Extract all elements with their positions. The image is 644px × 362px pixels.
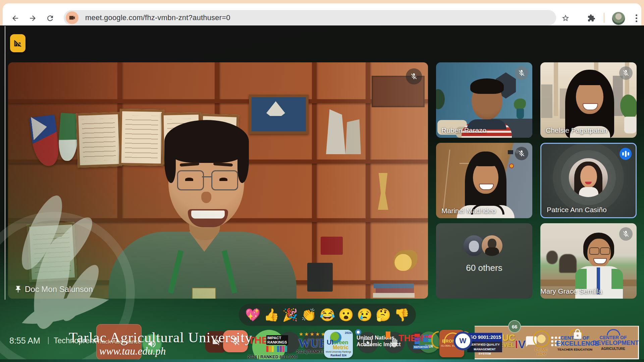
cabinet-sticker	[508, 150, 513, 154]
left-edge-line	[5, 26, 5, 300]
smile	[479, 184, 494, 190]
dark-box	[307, 263, 333, 292]
pin-icon	[14, 285, 22, 293]
book-stack	[374, 284, 414, 288]
reaction-heart[interactable]: 💖	[245, 309, 261, 321]
reactions-bar: 💖 👍 🎉 👏 😂 😮 😢 🤔 👎	[239, 304, 416, 326]
certificate-frame	[119, 109, 164, 166]
browser-toolbar: meet.google.com/fhz-vmbn-znt?authuser=0	[3, 3, 641, 26]
person-hair	[470, 78, 504, 94]
center-of-development-badge: CENTER OF DEVELOPMENT AGRICULTURE	[593, 335, 634, 351]
video-tile-ruben[interactable]: Ruben Parazo	[436, 62, 532, 138]
participant-name-main: Doc Mon Salunson	[14, 285, 93, 294]
ui-greenmetric-logo: 2024 UI Green Metric World University Ra…	[324, 330, 353, 358]
bookmark-button[interactable]	[560, 12, 571, 24]
meet-page: Doc Mon Salunson Ruben Parazo	[0, 25, 644, 362]
status-divider: |	[47, 335, 49, 345]
hair	[164, 120, 249, 163]
buildings-off-icon	[13, 39, 22, 48]
prime-hrm-badge: PRIMEHRM	[532, 330, 550, 356]
eye	[219, 178, 227, 181]
mic-off-icon	[622, 230, 630, 238]
reaction-joy[interactable]: 😂	[320, 309, 335, 321]
university-name-overlay: Tarlac Agricultural University	[69, 329, 253, 346]
teeth	[191, 210, 225, 219]
reload-button[interactable]	[44, 12, 56, 24]
browser-frame: meet.google.com/fhz-vmbn-znt?authuser=0	[0, 0, 644, 25]
mute-status-indicator	[515, 66, 528, 80]
video-tile-others[interactable]: 60 others	[436, 223, 532, 299]
participant-name: Mary Grace Semilla	[540, 287, 637, 295]
iso-certifier-emblem: W	[453, 331, 472, 350]
building	[541, 84, 552, 118]
bookmark-star-icon	[561, 14, 570, 22]
mute-status-indicator	[619, 227, 633, 241]
others-count-label: 60 others	[436, 263, 532, 273]
reaction-thumbs-up[interactable]: 👍	[264, 309, 279, 321]
mic-off-icon	[518, 150, 525, 157]
forward-icon	[29, 14, 37, 22]
extension-overlay-button[interactable]	[10, 34, 25, 52]
eye	[185, 178, 193, 181]
video-tile-main[interactable]: Doc Mon Salunson	[8, 62, 428, 299]
stacked-avatar	[481, 235, 502, 256]
video-tile-chelsie[interactable]: Chelsie Pagatpatan	[540, 62, 637, 138]
plant	[514, 99, 526, 110]
back-button[interactable]	[9, 12, 21, 24]
video-tile-marinel[interactable]: Marinel Madrideo	[436, 143, 532, 218]
un-emblem	[355, 329, 361, 335]
iso-9001-label: ISO 9001:2015	[467, 333, 502, 342]
back-icon	[11, 14, 19, 22]
glasses	[600, 247, 610, 255]
participant-name: Ruben Parazo	[441, 126, 486, 134]
reaction-thumbs-down[interactable]: 👎	[394, 309, 410, 321]
reaction-party[interactable]: 🎉	[282, 309, 298, 321]
the-reporter-logo: THEHE REPORTER	[398, 333, 429, 344]
iso-subtitle: CERTIFIED QUALITYMANAGEMENT SYSTEM	[467, 342, 502, 352]
camera-in-use-indicator[interactable]	[66, 11, 78, 24]
trophy	[376, 173, 390, 210]
participant-name: Chelsie Pagatpatan	[546, 126, 607, 134]
glasses	[589, 247, 599, 255]
reaction-cry[interactable]: 😢	[357, 309, 372, 321]
audio-level-indicator	[620, 148, 632, 160]
certificate-frame	[27, 222, 77, 282]
university-website-overlay: www.tau.edu.ph	[99, 345, 166, 357]
reaction-clap[interactable]: 👏	[301, 309, 316, 321]
plant-pot	[624, 117, 636, 133]
mute-status-indicator	[406, 68, 422, 84]
student-silhouette	[546, 251, 558, 264]
address-bar[interactable]: meet.google.com/fhz-vmbn-znt?authuser=0	[64, 10, 556, 25]
browser-menu-button[interactable]	[633, 12, 639, 24]
mute-status-indicator	[619, 66, 633, 80]
un-academic-impact-logo: United Nations Academic Impact	[357, 335, 401, 348]
door-streak	[443, 149, 450, 209]
reaction-thinking[interactable]: 🤔	[376, 309, 391, 321]
gold-ornament	[394, 250, 417, 271]
mic-off-icon	[410, 73, 418, 80]
mic-off-icon	[518, 69, 525, 77]
toolbar-divider	[604, 13, 604, 23]
extensions-puzzle-icon	[587, 14, 595, 22]
jacket-green-shoulder	[575, 269, 587, 289]
extensions-button[interactable]	[586, 12, 597, 24]
mic-off-icon	[622, 69, 630, 77]
red-box	[321, 237, 343, 255]
the-impact-rankings-logo: THEHE IMPACTRANKINGS 2024 | RANKED 801-1…	[252, 330, 286, 362]
id-badge	[192, 288, 216, 299]
video-tile-patrice-speaking[interactable]: Patrice Ann Casiño	[540, 143, 637, 218]
forward-button[interactable]	[26, 12, 39, 24]
student-silhouette	[559, 254, 577, 273]
profile-avatar[interactable]	[612, 12, 625, 25]
reload-icon	[46, 14, 54, 22]
participant-name: Patrice Ann Casiño	[547, 206, 607, 214]
nose	[201, 192, 211, 203]
screen: meet.google.com/fhz-vmbn-znt?authuser=0	[0, 0, 644, 362]
profile-photo-avatar	[569, 158, 608, 197]
reaction-surprised[interactable]: 😮	[338, 309, 354, 321]
certificate-frame	[76, 112, 122, 168]
lock-icon[interactable]	[572, 328, 583, 340]
jacket-green-shoulder	[611, 269, 623, 289]
video-tile-mary[interactable]: Mary Grace Semilla	[540, 223, 637, 299]
participant-name: Marinel Madrideo	[441, 207, 496, 215]
